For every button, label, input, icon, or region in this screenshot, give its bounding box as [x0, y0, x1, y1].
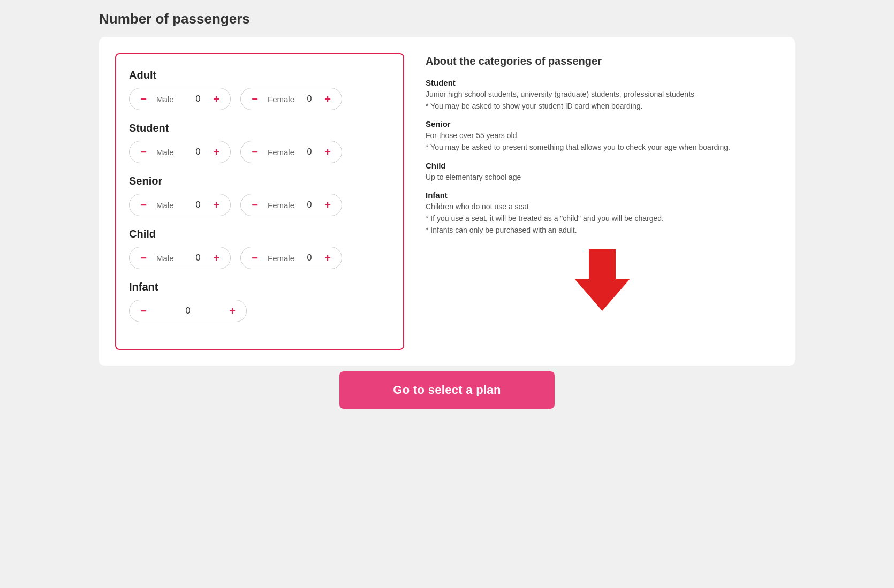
left-panel: Adult − Male 0 + − Female 0 + [115, 53, 404, 350]
adult-male-value: 0 [193, 94, 203, 104]
child-stepper-row: − Male 0 + − Female 0 + [129, 247, 390, 269]
student-stepper-row: − Male 0 + − Female 0 + [129, 141, 390, 163]
info-infant-name: Infant [426, 190, 779, 200]
adult-male-stepper: − Male 0 + [129, 88, 231, 110]
info-student-desc: Junior high school students, university … [426, 89, 779, 112]
student-female-value: 0 [304, 147, 315, 157]
adult-stepper-row: − Male 0 + − Female 0 + [129, 88, 390, 110]
child-female-label: Female [268, 254, 299, 263]
senior-male-label: Male [156, 201, 187, 210]
info-senior-name: Senior [426, 119, 779, 128]
main-card: Adult − Male 0 + − Female 0 + [99, 37, 795, 366]
senior-female-value: 0 [304, 200, 315, 210]
go-to-select-plan-button[interactable]: Go to select a plan [339, 371, 554, 409]
infant-section: Infant − 0 + [129, 281, 390, 322]
info-infant: Infant Children who do not use a seat* I… [426, 190, 779, 236]
student-male-label: Male [156, 148, 187, 157]
adult-section: Adult − Male 0 + − Female 0 + [129, 69, 390, 110]
infant-plus-button[interactable]: + [225, 303, 240, 318]
info-senior-desc: For those over 55 years old* You may be … [426, 130, 779, 153]
senior-male-value: 0 [193, 200, 203, 210]
adult-male-label: Male [156, 95, 187, 104]
senior-female-plus-button[interactable]: + [320, 197, 335, 212]
senior-section: Senior − Male 0 + − Female 0 + [129, 175, 390, 216]
adult-male-minus-button[interactable]: − [136, 91, 151, 106]
student-male-minus-button[interactable]: − [136, 144, 151, 159]
adult-female-value: 0 [304, 94, 315, 104]
infant-value: 0 [156, 306, 219, 316]
info-senior: Senior For those over 55 years old* You … [426, 119, 779, 153]
child-female-stepper: − Female 0 + [240, 247, 342, 269]
senior-female-label: Female [268, 201, 299, 210]
student-female-plus-button[interactable]: + [320, 144, 335, 159]
child-male-stepper: − Male 0 + [129, 247, 231, 269]
child-label: Child [129, 228, 390, 240]
infant-minus-button[interactable]: − [136, 303, 151, 318]
arrow-container [426, 249, 779, 311]
child-female-minus-button[interactable]: − [247, 250, 262, 265]
student-female-label: Female [268, 148, 299, 157]
infant-label: Infant [129, 281, 390, 293]
senior-male-plus-button[interactable]: + [209, 197, 224, 212]
student-label: Student [129, 122, 390, 134]
senior-label: Senior [129, 175, 390, 187]
senior-female-minus-button[interactable]: − [247, 197, 262, 212]
down-arrow-icon [574, 249, 630, 311]
student-female-minus-button[interactable]: − [247, 144, 262, 159]
adult-male-plus-button[interactable]: + [209, 91, 224, 106]
info-child: Child Up to elementary school age [426, 161, 779, 184]
cta-container: Go to select a plan [99, 371, 795, 419]
adult-female-label: Female [268, 95, 299, 104]
info-child-name: Child [426, 161, 779, 170]
child-female-plus-button[interactable]: + [320, 250, 335, 265]
right-panel: About the categories of passenger Studen… [426, 53, 779, 350]
student-male-stepper: − Male 0 + [129, 141, 231, 163]
student-male-value: 0 [193, 147, 203, 157]
info-student: Student Junior high school students, uni… [426, 78, 779, 112]
child-male-plus-button[interactable]: + [209, 250, 224, 265]
senior-stepper-row: − Male 0 + − Female 0 + [129, 194, 390, 216]
adult-label: Adult [129, 69, 390, 81]
child-section: Child − Male 0 + − Female 0 + [129, 228, 390, 269]
info-title: About the categories of passenger [426, 55, 779, 67]
senior-male-minus-button[interactable]: − [136, 197, 151, 212]
page-title: Number of passengers [99, 11, 795, 27]
child-female-value: 0 [304, 253, 315, 263]
senior-female-stepper: − Female 0 + [240, 194, 342, 216]
adult-female-minus-button[interactable]: − [247, 91, 262, 106]
child-male-label: Male [156, 254, 187, 263]
child-male-value: 0 [193, 253, 203, 263]
student-female-stepper: − Female 0 + [240, 141, 342, 163]
adult-female-stepper: − Female 0 + [240, 88, 342, 110]
senior-male-stepper: − Male 0 + [129, 194, 231, 216]
info-child-desc: Up to elementary school age [426, 172, 779, 184]
infant-stepper-row: − 0 + [129, 300, 390, 322]
adult-female-plus-button[interactable]: + [320, 91, 335, 106]
info-student-name: Student [426, 78, 779, 87]
student-male-plus-button[interactable]: + [209, 144, 224, 159]
student-section: Student − Male 0 + − Female 0 + [129, 122, 390, 163]
infant-stepper: − 0 + [129, 300, 247, 322]
child-male-minus-button[interactable]: − [136, 250, 151, 265]
info-infant-desc: Children who do not use a seat* If you u… [426, 201, 779, 236]
